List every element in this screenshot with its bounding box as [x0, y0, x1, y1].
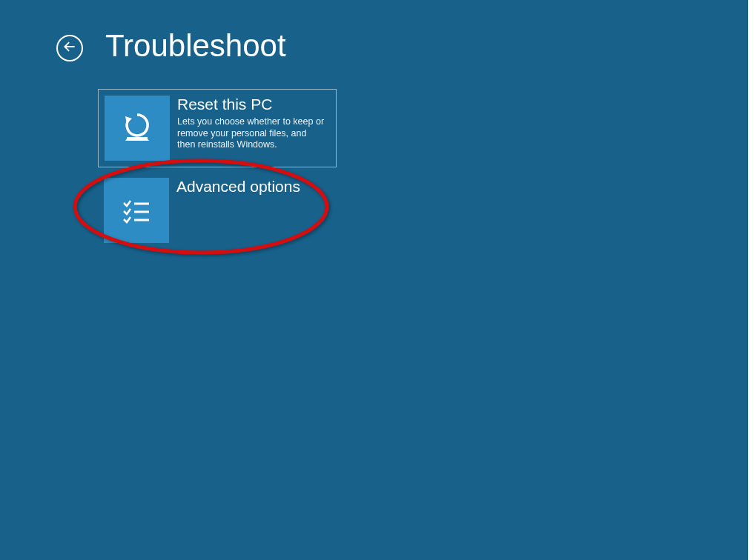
reset-icon [105, 96, 170, 161]
tile-reset-this-pc[interactable]: Reset this PC Lets you choose whether to… [98, 89, 337, 167]
arrow-left-icon [62, 39, 77, 57]
tile-advanced-options[interactable]: Advanced options [98, 172, 337, 250]
tile-description: Lets you choose whether to keep or remov… [177, 116, 325, 151]
window-right-edge [748, 0, 754, 560]
back-button[interactable] [56, 35, 83, 61]
svg-rect-2 [127, 137, 148, 141]
tile-title: Reset this PC [177, 96, 325, 113]
checklist-icon [104, 178, 169, 243]
page-title: Troubleshoot [105, 28, 286, 64]
tile-text: Advanced options [169, 178, 300, 199]
tile-text: Reset this PC Lets you choose whether to… [170, 96, 325, 151]
tile-title: Advanced options [176, 178, 300, 196]
tile-list: Reset this PC Lets you choose whether to… [98, 89, 754, 250]
page-header: Troubleshoot [0, 0, 754, 64]
